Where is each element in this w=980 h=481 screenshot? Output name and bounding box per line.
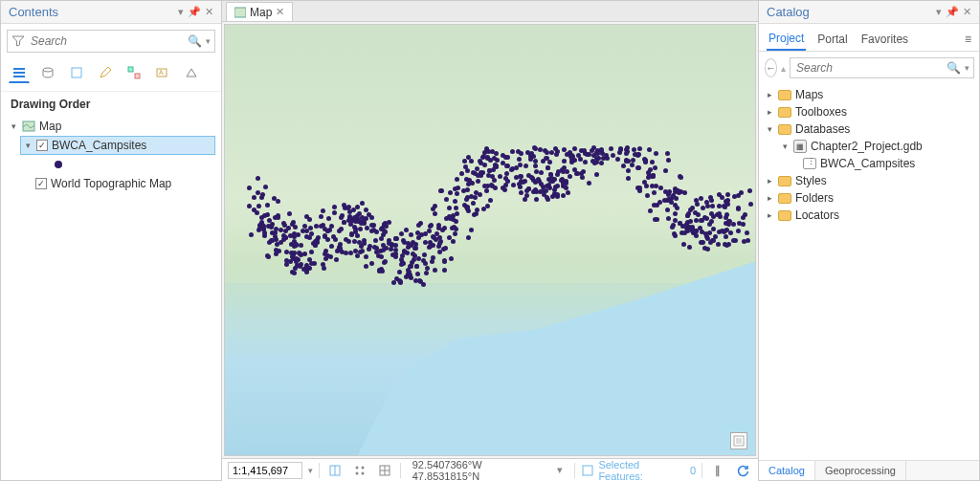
selected-features-readout[interactable]: Selected Features: 0 <box>581 459 696 482</box>
svg-rect-2 <box>13 76 25 77</box>
point-symbol-icon[interactable] <box>55 161 62 168</box>
tab-project[interactable]: Project <box>767 28 806 51</box>
separator <box>574 463 575 478</box>
node-label: Databases <box>795 122 850 136</box>
close-icon[interactable]: ✕ <box>205 6 213 18</box>
search-dropdown-icon[interactable]: ▾ <box>206 36 211 46</box>
status-bar: ▾ 92.5407366°W 47.8531815°N ▾ Selected F… <box>222 458 758 481</box>
catalog-featureclass-node[interactable]: BWCA_Campsites <box>765 155 973 172</box>
tab-portal[interactable]: Portal <box>815 29 849 50</box>
separator <box>702 463 702 478</box>
folder-icon <box>778 176 791 186</box>
svg-point-16 <box>361 466 364 469</box>
caret-down-icon[interactable]: ▾ <box>9 121 18 131</box>
svg-rect-10 <box>234 8 246 17</box>
grid-button[interactable] <box>375 461 394 480</box>
contents-window-controls: ▾ 📌 ✕ <box>178 6 213 18</box>
snap-grid-button[interactable] <box>350 461 369 480</box>
caret-down-icon[interactable]: ▾ <box>765 124 774 134</box>
catalog-styles-node[interactable]: ▸ Styles <box>765 172 973 189</box>
coordinates-readout: 92.5407366°W 47.8531815°N <box>412 459 552 482</box>
pin-icon[interactable]: 📌 <box>946 6 959 18</box>
svg-point-17 <box>355 471 358 474</box>
caret-right-icon[interactable]: ▸ <box>765 107 774 117</box>
node-label: Toolboxes <box>795 105 847 119</box>
catalog-maps-node[interactable]: ▸ Maps <box>765 86 973 103</box>
coords-dropdown-icon[interactable]: ▾ <box>557 464 563 476</box>
caret-right-icon[interactable]: ▸ <box>765 176 774 186</box>
search-icon[interactable]: 🔍 <box>947 61 961 75</box>
catalog-databases-node[interactable]: ▾ Databases <box>765 120 973 138</box>
list-perspective-button[interactable] <box>181 62 202 83</box>
filter-icon[interactable] <box>11 34 25 48</box>
caret-right-icon[interactable]: ▸ <box>765 193 774 203</box>
map-tab-label: Map <box>250 6 272 19</box>
caret-down-icon[interactable]: ▾ <box>780 142 790 151</box>
list-data-source-button[interactable] <box>37 62 58 83</box>
search-icon[interactable]: 🔍 <box>188 34 202 48</box>
contents-search[interactable]: 🔍 ▾ <box>7 30 215 53</box>
scale-dropdown-icon[interactable]: ▾ <box>308 466 313 475</box>
catalog-pane: Catalog ▾ 📌 ✕ Project Portal Favorites ≡… <box>758 0 980 481</box>
svg-rect-6 <box>135 74 140 78</box>
bottom-tab-catalog[interactable]: Catalog <box>759 461 815 480</box>
map-view[interactable] <box>224 24 756 456</box>
campsite-points <box>225 25 755 455</box>
catalog-gdb-node[interactable]: ▾ ▦ Chapter2_Project.gdb <box>765 138 973 155</box>
node-label: Locators <box>795 208 839 222</box>
contents-tree: ▾ Map ▾ ✓ BWCA_Campsites ▾ ✓ World Topog… <box>1 117 221 199</box>
search-dropdown-icon[interactable]: ▾ <box>965 63 969 73</box>
map-overview-icon[interactable] <box>730 432 747 449</box>
svg-point-18 <box>361 471 364 474</box>
refresh-button[interactable] <box>733 461 752 480</box>
drawing-order-title: Drawing Order <box>1 92 221 117</box>
catalog-title: Catalog <box>767 5 810 19</box>
bottom-tab-geoprocessing[interactable]: Geoprocessing <box>815 461 906 480</box>
up-button[interactable]: ▴ <box>781 58 786 77</box>
layer-bwca-row[interactable]: ▾ ✓ BWCA_Campsites <box>20 136 215 155</box>
catalog-nav-row: ← ▴ 🔍 ▾ <box>765 57 973 78</box>
svg-point-3 <box>43 68 53 72</box>
autohide-icon[interactable]: ▾ <box>936 6 942 18</box>
layer-basemap-row[interactable]: ▾ ✓ World Topographic Map <box>20 174 215 193</box>
catalog-folders-node[interactable]: ▸ Folders <box>765 189 973 207</box>
caret-right-icon[interactable]: ▸ <box>765 90 774 99</box>
list-drawing-order-button[interactable] <box>9 62 30 83</box>
list-snapping-button[interactable] <box>123 62 145 83</box>
tab-favorites[interactable]: Favorites <box>859 29 910 50</box>
svg-rect-12 <box>736 438 742 444</box>
list-editing-button[interactable] <box>95 62 116 83</box>
feature-class-icon <box>803 158 816 169</box>
list-labeling-button[interactable]: A <box>152 62 173 83</box>
node-label: BWCA_Campsites <box>820 157 915 170</box>
list-selection-button[interactable] <box>66 62 87 83</box>
autohide-icon[interactable]: ▾ <box>178 6 184 18</box>
map-view-tab[interactable]: Map ✕ <box>226 2 293 21</box>
zoom-fixed-button[interactable] <box>325 461 345 480</box>
layer-visibility-checkbox[interactable]: ✓ <box>36 140 48 151</box>
contents-toolbar: A <box>1 58 221 92</box>
catalog-search[interactable]: 🔍 ▾ <box>790 57 974 78</box>
catalog-toolboxes-node[interactable]: ▸ Toolboxes <box>765 103 973 120</box>
close-icon[interactable]: ✕ <box>276 6 284 18</box>
caret-down-icon[interactable]: ▾ <box>23 141 33 150</box>
pause-drawing-button[interactable]: ‖ <box>708 461 727 480</box>
back-button[interactable]: ← <box>765 58 777 77</box>
layer-symbol-row[interactable] <box>20 155 215 174</box>
catalog-search-input[interactable] <box>794 60 943 76</box>
close-icon[interactable]: ✕ <box>963 6 971 18</box>
catalog-header: Catalog ▾ 📌 ✕ <box>759 1 979 24</box>
map-node[interactable]: ▾ Map <box>7 117 215 136</box>
pin-icon[interactable]: 📌 <box>188 6 201 18</box>
selection-icon <box>581 464 594 477</box>
contents-search-input[interactable] <box>29 33 184 49</box>
catalog-bottom-tabs: Catalog Geoprocessing <box>759 460 979 480</box>
scale-input[interactable] <box>228 462 302 479</box>
contents-header: Contents ▾ 📌 ✕ <box>1 1 221 24</box>
catalog-tree: ▸ Maps ▸ Toolboxes ▾ Databases ▾ ▦ Chapt… <box>759 84 979 226</box>
caret-right-icon[interactable]: ▸ <box>765 210 774 220</box>
layer-visibility-checkbox[interactable]: ✓ <box>35 178 47 189</box>
separator <box>400 463 401 478</box>
menu-icon[interactable]: ≡ <box>965 33 971 46</box>
catalog-locators-node[interactable]: ▸ Locators <box>765 207 973 224</box>
